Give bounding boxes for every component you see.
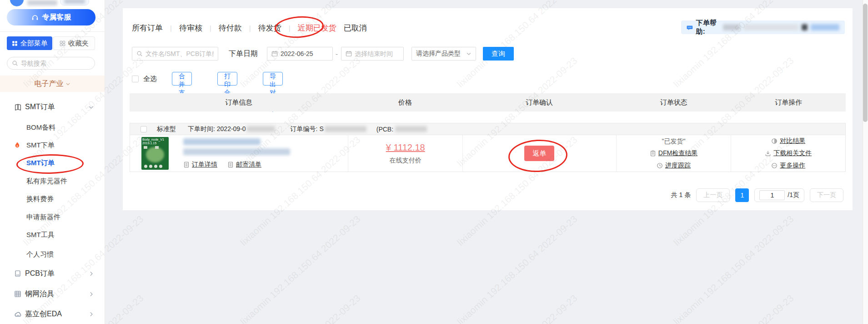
redacted-help-contact bbox=[802, 24, 808, 30]
sidebar-item-smt-order[interactable]: SMT订单 bbox=[0, 154, 105, 172]
reorder-button[interactable]: 返单 bbox=[524, 146, 554, 161]
current-page-button[interactable]: 1 bbox=[735, 188, 749, 202]
mailing-list-link[interactable]: 邮寄清单 bbox=[227, 161, 261, 169]
sidebar-item-smt-tools[interactable]: SMT工具 bbox=[0, 226, 105, 244]
more-actions-link[interactable]: 更多操作 bbox=[771, 162, 805, 170]
sidebar-group-pcb-order[interactable]: PCB订单 bbox=[0, 264, 105, 283]
pagination: 共 1 条 上一页 1 /1页 下一页 bbox=[671, 188, 843, 202]
more-circle-icon bbox=[771, 162, 778, 169]
col-order-info: 订单信息 bbox=[130, 98, 348, 107]
tab-all-menu[interactable]: 全部菜单 bbox=[7, 36, 52, 50]
next-page-button[interactable]: 下一页 bbox=[810, 188, 843, 202]
date-label: 下单日期 bbox=[229, 49, 258, 59]
prev-page-button[interactable]: 上一页 bbox=[696, 188, 730, 202]
sidebar-item-material-coupon[interactable]: 换料费券 bbox=[0, 190, 105, 208]
order-detail-link[interactable]: 订单详情 bbox=[183, 161, 217, 169]
sidebar: 专属客服 全部菜单 收藏夹 电子产业 SMT订单 bbox=[0, 0, 105, 324]
tab-pending-payment[interactable]: 待付款 bbox=[219, 23, 242, 33]
order-price-link[interactable]: ¥ 1112.18 bbox=[386, 142, 425, 153]
chat-bubble-icon bbox=[687, 24, 693, 31]
avatar[interactable] bbox=[10, 0, 24, 6]
merge-pay-button[interactable]: 合并支付 bbox=[172, 72, 192, 86]
sidebar-item-personal-pref[interactable]: 个人习惯 bbox=[0, 245, 105, 263]
order-name-block: 订单详情 邮寄清单 bbox=[183, 138, 290, 169]
tab-recently-shipped[interactable]: 近期已发货 bbox=[298, 23, 336, 33]
nav-search-input[interactable] bbox=[21, 60, 85, 67]
export-statement-button[interactable]: 导出对账单 bbox=[263, 72, 283, 86]
compare-result-link[interactable]: 对比结果 bbox=[771, 137, 805, 145]
sidebar-group-stencil[interactable]: 钢网治具 bbox=[0, 285, 105, 303]
tab-separator: | bbox=[210, 24, 211, 32]
pcb-pad bbox=[155, 146, 159, 149]
industry-selector[interactable]: 电子产业 bbox=[0, 76, 105, 92]
tab-all-orders[interactable]: 所有订单 bbox=[132, 23, 163, 33]
order-links: 订单详情 邮寄清单 bbox=[183, 161, 290, 169]
order-search-box[interactable] bbox=[132, 47, 218, 61]
select-all-checkbox[interactable] bbox=[132, 76, 139, 82]
cloud-icon bbox=[14, 310, 22, 318]
order-help-bar: 下单帮助: bbox=[681, 20, 845, 34]
redacted-pcb-no bbox=[395, 126, 427, 132]
redacted-badge-text bbox=[64, 0, 85, 4]
pcb-board-icon bbox=[14, 270, 21, 277]
pcb-chip-area bbox=[146, 147, 164, 162]
tab-favorites-label: 收藏夹 bbox=[68, 39, 89, 48]
chevron-down-icon bbox=[65, 81, 70, 86]
order-no-prefix: 订单编号: S bbox=[291, 125, 324, 133]
actions-cell: 对比结果 下载相关文件 更多操作 bbox=[731, 135, 845, 172]
sidebar-item-new-part[interactable]: 申请新器件 bbox=[0, 208, 105, 226]
sidebar-item-smt-place-order[interactable]: SMT下单 bbox=[0, 136, 105, 154]
query-button[interactable]: 查询 bbox=[483, 47, 514, 61]
end-date-input[interactable] bbox=[355, 50, 399, 57]
calendar-icon bbox=[271, 51, 278, 57]
order-row: Body_node_V12019.1.15 bbox=[130, 135, 846, 172]
print-contract-button[interactable]: 打印合同 bbox=[217, 72, 237, 86]
start-date-picker[interactable] bbox=[267, 47, 333, 61]
chevron-down-icon bbox=[88, 104, 94, 110]
scrollbar-track[interactable] bbox=[863, 0, 868, 324]
redacted-help-contact bbox=[723, 24, 740, 30]
order-checkbox[interactable] bbox=[140, 126, 147, 132]
end-date-picker[interactable] bbox=[341, 47, 404, 61]
progress-track-link[interactable]: 进度跟踪 bbox=[657, 162, 691, 170]
dedicated-support-button[interactable]: 专属客服 bbox=[7, 9, 95, 25]
search-icon bbox=[136, 51, 143, 57]
thumb-text: Body_node_V12019.1.15 bbox=[142, 138, 164, 145]
stencil-grid-icon bbox=[14, 290, 21, 298]
group-label: 钢网治具 bbox=[25, 289, 54, 299]
sidebar-group-smt-order[interactable]: SMT订单 bbox=[0, 98, 105, 116]
pcb-hole bbox=[154, 165, 157, 168]
tab-cancelled[interactable]: 已取消 bbox=[344, 23, 367, 33]
tab-pending-shipment[interactable]: 待发货 bbox=[258, 23, 281, 33]
order-type: 标准型 bbox=[157, 125, 176, 133]
scrollbar-thumb[interactable] bbox=[863, 4, 868, 122]
chevron-right-icon bbox=[88, 291, 94, 297]
content-card: 所有订单| 待审核| 待付款| 待发货| 近期已发货 已取消 下单帮助: 下单日… bbox=[123, 8, 853, 210]
order-search-input[interactable] bbox=[146, 50, 214, 57]
page-jump-input[interactable] bbox=[759, 190, 785, 200]
headset-icon bbox=[31, 14, 39, 21]
nav-search-box[interactable] bbox=[7, 57, 95, 70]
sidebar-item-bom[interactable]: BOM备料 bbox=[0, 118, 105, 137]
tab-favorites[interactable]: 收藏夹 bbox=[53, 36, 95, 50]
product-type-value: 请选择产品类型 bbox=[416, 50, 461, 58]
download-files-link[interactable]: 下载相关文件 bbox=[765, 149, 812, 157]
watermark-text: lixiaomin 192.168.150.64 2022-09-23 bbox=[672, 293, 796, 324]
sidebar-item-label: 私有库元器件 bbox=[26, 177, 67, 186]
filter-bar: 下单日期 - 请选择产品类型 查询 bbox=[132, 47, 843, 61]
redacted-help-contact bbox=[743, 24, 798, 30]
product-type-select[interactable]: 请选择产品类型 bbox=[411, 47, 476, 61]
bulk-actions: 全选 合并支付 打印合同 导出对账单 bbox=[132, 72, 157, 86]
select-all-label: 全选 bbox=[143, 75, 157, 83]
status-cell: "已发货" DFM检查结果 进度跟踪 bbox=[616, 135, 731, 172]
dfm-result-link[interactable]: DFM检查结果 bbox=[650, 149, 697, 157]
group-label: 嘉立创EDA bbox=[25, 309, 62, 319]
start-date-input[interactable] bbox=[281, 50, 328, 57]
sidebar-group-eda[interactable]: 嘉立创EDA bbox=[0, 305, 105, 323]
pcb-thumbnail[interactable]: Body_node_V12019.1.15 bbox=[141, 137, 169, 170]
status-text: "已发货" bbox=[662, 137, 686, 146]
group-label: PCB订单 bbox=[25, 269, 55, 278]
tab-pending-review[interactable]: 待审核 bbox=[179, 23, 202, 33]
price-cell: ¥ 1112.18 在线支付价 bbox=[348, 135, 462, 172]
sidebar-item-private-lib[interactable]: 私有库元器件 bbox=[0, 172, 105, 190]
